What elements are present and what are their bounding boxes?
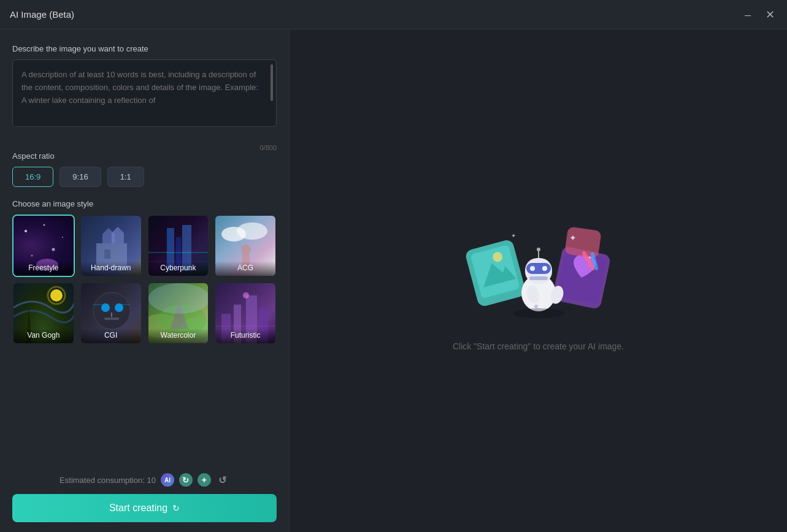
svg-point-1 bbox=[44, 224, 45, 226]
minimize-button[interactable]: – bbox=[742, 8, 753, 21]
svg-point-17 bbox=[241, 245, 251, 254]
aspect-ratio-section: Aspect ratio 16:9 9:16 1:1 bbox=[12, 151, 277, 187]
svg-rect-25 bbox=[104, 317, 119, 320]
refresh-icon: ↻ bbox=[179, 473, 193, 487]
style-card-cgi[interactable]: CGI bbox=[80, 282, 142, 344]
title-bar: AI Image (Beta) – ✕ bbox=[0, 0, 787, 29]
preview-hint: Click "Start creating" to create your AI… bbox=[453, 341, 624, 351]
style-card-cyberpunk[interactable]: Cyberpunk bbox=[147, 215, 210, 277]
svg-marker-8 bbox=[112, 227, 124, 243]
app-window: AI Image (Beta) – ✕ Describe the image y… bbox=[0, 0, 787, 532]
style-card-acg[interactable]: ACG bbox=[214, 215, 277, 277]
ai-icon: AI bbox=[161, 473, 174, 487]
svg-rect-52 bbox=[529, 276, 548, 280]
close-button[interactable]: ✕ bbox=[763, 8, 777, 21]
style-label-futuristic: Futuristic bbox=[215, 329, 275, 343]
description-input[interactable] bbox=[12, 59, 277, 127]
left-panel: Describe the image you want to create 0/… bbox=[0, 29, 290, 532]
describe-label: Describe the image you want to create bbox=[12, 44, 277, 53]
aspect-btn-11[interactable]: 1:1 bbox=[107, 167, 144, 187]
svg-point-0 bbox=[25, 230, 27, 232]
svg-point-3 bbox=[52, 248, 55, 251]
svg-point-32 bbox=[148, 283, 209, 314]
consumption-text: Estimated consumption: 10 bbox=[60, 476, 156, 485]
svg-point-4 bbox=[31, 255, 33, 257]
style-label-cgi: CGI bbox=[81, 329, 141, 343]
svg-point-22 bbox=[101, 303, 110, 312]
style-label-freestyle: Freestyle bbox=[13, 261, 74, 276]
style-label-watercolor: Watercolor bbox=[148, 329, 209, 343]
char-count: 0/800 bbox=[12, 144, 277, 151]
svg-point-2 bbox=[62, 237, 63, 238]
svg-text:✦: ✦ bbox=[569, 233, 577, 243]
reload-icon[interactable]: ↺ bbox=[216, 473, 229, 487]
svg-point-50 bbox=[530, 266, 535, 271]
style-label-acg: ACG bbox=[215, 261, 275, 276]
bottom-area: Estimated consumption: 10 AI ↻ + ↺ Start… bbox=[12, 463, 277, 522]
svg-rect-9 bbox=[104, 249, 110, 259]
style-card-futuristic[interactable]: Futuristic bbox=[214, 282, 277, 344]
style-label-cyberpunk: Cyberpunk bbox=[148, 261, 209, 276]
svg-point-51 bbox=[542, 266, 547, 271]
svg-point-37 bbox=[243, 292, 249, 298]
plus-icon: + bbox=[198, 473, 211, 487]
consumption-row: Estimated consumption: 10 AI ↻ + ↺ bbox=[12, 473, 277, 487]
style-card-freestyle[interactable]: Freestyle bbox=[12, 215, 75, 277]
textarea-wrapper bbox=[12, 59, 277, 129]
start-creating-button[interactable]: Start creating ↻ bbox=[12, 494, 277, 522]
svg-point-16 bbox=[237, 222, 267, 240]
svg-point-54 bbox=[537, 248, 540, 251]
style-label-handdrawn: Hand-drawn bbox=[81, 261, 141, 276]
illustration-svg: ✦ ✦ ✦ bbox=[459, 210, 618, 327]
aspect-label: Aspect ratio bbox=[12, 151, 277, 161]
right-panel: ✦ ✦ ✦ Click "Start creating" to create y… bbox=[290, 29, 787, 532]
svg-point-21 bbox=[93, 292, 130, 329]
start-btn-icon: ↻ bbox=[172, 503, 180, 513]
main-content: Describe the image you want to create 0/… bbox=[0, 29, 787, 532]
svg-point-19 bbox=[50, 289, 63, 302]
style-section: Choose an image style bbox=[12, 199, 277, 344]
window-title: AI Image (Beta) bbox=[10, 9, 74, 20]
preview-illustration: ✦ ✦ ✦ bbox=[459, 210, 618, 327]
style-label: Choose an image style bbox=[12, 199, 277, 208]
scrollbar bbox=[271, 64, 273, 101]
window-controls: – ✕ bbox=[742, 8, 777, 21]
style-card-handdrawn[interactable]: Hand-drawn bbox=[80, 215, 142, 277]
aspect-buttons: 16:9 9:16 1:1 bbox=[12, 167, 277, 187]
svg-point-63 bbox=[513, 308, 564, 318]
svg-point-57 bbox=[534, 305, 538, 308]
aspect-btn-916[interactable]: 9:16 bbox=[60, 167, 101, 187]
start-btn-label: Start creating bbox=[109, 503, 167, 514]
style-card-vangogh[interactable]: Van Gogh bbox=[12, 282, 75, 344]
style-grid: Freestyle Hand-drawn bbox=[12, 215, 277, 344]
style-card-watercolor[interactable]: Watercolor bbox=[147, 282, 210, 344]
style-label-vangogh: Van Gogh bbox=[13, 329, 74, 343]
aspect-btn-169[interactable]: 16:9 bbox=[12, 167, 53, 187]
svg-text:✦: ✦ bbox=[511, 232, 516, 239]
